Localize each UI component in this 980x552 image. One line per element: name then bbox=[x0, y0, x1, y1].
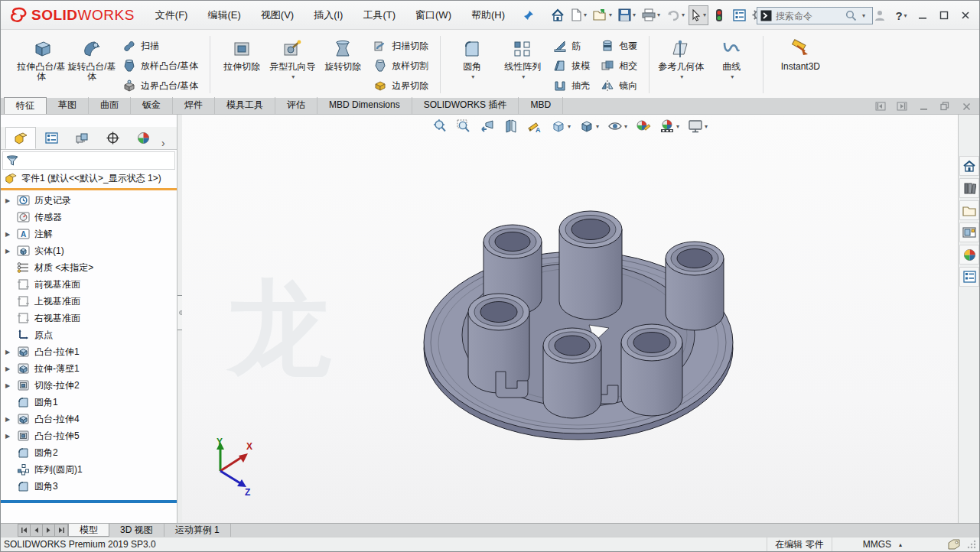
next-tab-button[interactable] bbox=[43, 524, 55, 536]
dropdown-arrow-icon[interactable]: ▾ bbox=[862, 12, 865, 19]
dropdown-arrow-icon[interactable]: ▾ bbox=[471, 72, 474, 82]
revolved-boss-button[interactable]: 旋转凸台/基体 bbox=[67, 34, 117, 94]
hole-wizard-button[interactable]: 异型孔向导 ▾ bbox=[267, 34, 317, 94]
tab-sketch[interactable]: 草图 bbox=[47, 97, 89, 114]
dropdown-arrow-icon[interactable]: ▾ bbox=[731, 72, 734, 82]
menu-view[interactable]: 视图(V) bbox=[251, 1, 304, 29]
tab-mbd[interactable]: MBD bbox=[519, 97, 563, 114]
tree-item-thin-extrude1[interactable]: ▶ 拉伸-薄壁1 bbox=[1, 360, 177, 377]
select-tool-button[interactable]: ▾ bbox=[689, 5, 708, 25]
units-selector[interactable]: MMGS bbox=[863, 539, 891, 550]
tab-model[interactable]: 模型 bbox=[68, 524, 109, 537]
units-dropdown-icon[interactable]: ▴ bbox=[899, 541, 902, 548]
first-tab-button[interactable] bbox=[18, 524, 31, 536]
dropdown-arrow-icon[interactable]: ▾ bbox=[291, 72, 295, 82]
dropdown-arrow-icon[interactable]: ▾ bbox=[596, 123, 599, 130]
dropdown-arrow-icon[interactable]: ▾ bbox=[705, 123, 708, 130]
dropdown-arrow-icon[interactable]: ▾ bbox=[680, 72, 683, 82]
search-icon[interactable] bbox=[845, 10, 857, 21]
expand-arrow-icon[interactable]: ▶ bbox=[5, 248, 17, 255]
print-button[interactable]: ▾ bbox=[640, 5, 663, 25]
lofted-boss-button[interactable]: 放样凸台/基体 bbox=[117, 56, 203, 76]
search-input[interactable] bbox=[776, 11, 842, 21]
feature-manager-tab[interactable] bbox=[5, 127, 36, 149]
boundary-cut-button[interactable]: 边界切除 bbox=[368, 76, 434, 96]
window-minimize-button[interactable] bbox=[913, 6, 932, 24]
expand-arrow-icon[interactable]: ▶ bbox=[5, 349, 17, 356]
design-library-button[interactable] bbox=[959, 178, 979, 198]
tree-item-fillet3[interactable]: 圆角3 bbox=[1, 478, 177, 495]
menu-edit[interactable]: 编辑(E) bbox=[197, 1, 250, 29]
expand-arrow-icon[interactable]: ▶ bbox=[5, 433, 17, 440]
zoom-to-fit-button[interactable] bbox=[429, 117, 451, 135]
tree-item-fillet1[interactable]: 圆角1 bbox=[1, 394, 177, 411]
dropdown-arrow-icon[interactable]: ▾ bbox=[676, 123, 679, 130]
menu-help[interactable]: 帮助(H) bbox=[461, 1, 515, 29]
graphics-viewport[interactable]: 龙 德 bbox=[182, 115, 958, 523]
login-button[interactable] bbox=[871, 6, 889, 24]
help-button[interactable]: ? ▾ bbox=[892, 6, 910, 24]
expand-arrow-icon[interactable]: ▶ bbox=[5, 197, 17, 204]
tree-item-history[interactable]: ▶ 历史记录 bbox=[1, 192, 177, 209]
save-button[interactable]: ▾ bbox=[616, 5, 638, 25]
tab-features[interactable]: 特征 bbox=[4, 97, 47, 114]
extruded-cut-button[interactable]: 拉伸切除 bbox=[217, 34, 267, 94]
last-tab-button[interactable] bbox=[55, 524, 67, 536]
tree-item-top-plane[interactable]: 上视基准面 bbox=[1, 293, 177, 310]
tree-item-sensors[interactable]: 传感器 bbox=[1, 209, 177, 226]
view-settings-button[interactable]: ▾ bbox=[685, 117, 711, 135]
fillet-button[interactable]: 圆角 ▾ bbox=[447, 34, 497, 94]
expand-arrow-icon[interactable]: ▶ bbox=[5, 365, 17, 372]
new-document-button[interactable]: ▾ bbox=[568, 5, 589, 25]
previous-tab-button[interactable] bbox=[31, 524, 43, 536]
previous-view-button[interactable] bbox=[477, 117, 498, 135]
tab-weldments[interactable]: 焊件 bbox=[173, 97, 215, 114]
edit-appearance-button[interactable] bbox=[633, 117, 654, 135]
dropdown-arrow-icon[interactable]: ▾ bbox=[904, 12, 907, 19]
dropdown-arrow-icon[interactable]: ▾ bbox=[624, 123, 627, 130]
tree-item-right-plane[interactable]: 右视基准面 bbox=[1, 310, 177, 326]
hide-show-items-button[interactable]: ▾ bbox=[604, 117, 630, 135]
doc-close-button[interactable] bbox=[959, 100, 973, 112]
rib-button[interactable]: 筋 bbox=[548, 36, 595, 56]
lofted-cut-button[interactable]: 放样切割 bbox=[368, 56, 434, 76]
tree-item-annotations[interactable]: ▶ A 注解 bbox=[1, 226, 177, 242]
pin-menu-button[interactable] bbox=[519, 6, 538, 24]
annotation-visibility-button[interactable]: A bbox=[524, 117, 545, 135]
dropdown-arrow-icon[interactable]: ▾ bbox=[522, 72, 525, 82]
tab-motion-study[interactable]: 运动算例 1 bbox=[164, 524, 231, 537]
rebuild-button[interactable] bbox=[710, 5, 728, 25]
menu-file[interactable]: 文件(F) bbox=[145, 1, 198, 29]
tree-item-fillet2[interactable]: 圆角2 bbox=[1, 444, 177, 461]
tree-item-boss-extrude1[interactable]: ▶ 凸台-拉伸1 bbox=[1, 343, 177, 360]
tab-evaluate[interactable]: 评估 bbox=[275, 97, 317, 114]
dimxpert-manager-tab[interactable] bbox=[97, 127, 128, 149]
menu-tools[interactable]: 工具(T) bbox=[353, 1, 405, 29]
dropdown-arrow-icon[interactable]: ▾ bbox=[657, 11, 660, 18]
custom-properties-button[interactable] bbox=[959, 267, 979, 287]
tree-item-solid-bodies[interactable]: ▶ 实体(1) bbox=[1, 242, 177, 259]
collapse-right-button[interactable] bbox=[895, 100, 909, 112]
expand-arrow-icon[interactable]: ▶ bbox=[5, 416, 17, 423]
display-style-button[interactable]: ▾ bbox=[576, 117, 602, 135]
resize-grip[interactable] bbox=[966, 539, 977, 550]
tab-mbd-dimensions[interactable]: MBD Dimensions bbox=[317, 97, 412, 114]
tree-item-origin[interactable]: 原点 bbox=[1, 326, 177, 343]
tree-item-material[interactable]: 材质 <未指定> bbox=[1, 259, 177, 276]
tree-item-boss-extrude5[interactable]: ▶ 凸台-拉伸5 bbox=[1, 427, 177, 444]
configuration-manager-tab[interactable] bbox=[67, 127, 97, 149]
zoom-to-area-button[interactable] bbox=[453, 117, 474, 135]
mirror-button[interactable]: 镜向 bbox=[595, 76, 643, 96]
menu-window[interactable]: 窗口(W) bbox=[405, 1, 461, 29]
tab-surfaces[interactable]: 曲面 bbox=[89, 97, 131, 114]
boundary-boss-button[interactable]: 边界凸台/基体 bbox=[117, 76, 203, 96]
tab-addins[interactable]: SOLIDWORKS 插件 bbox=[412, 97, 519, 114]
linear-pattern-button[interactable]: 线性阵列 ▾ bbox=[497, 34, 548, 94]
swept-boss-button[interactable]: 扫描 bbox=[117, 36, 203, 56]
menu-insert[interactable]: 插入(I) bbox=[304, 1, 353, 29]
tree-item-boss-extrude4[interactable]: ▶ 凸台-拉伸4 bbox=[1, 411, 177, 427]
display-manager-tab[interactable] bbox=[128, 127, 158, 149]
doc-restore-button[interactable] bbox=[938, 100, 952, 112]
undo-button[interactable]: ▾ bbox=[664, 5, 687, 25]
window-maximize-button[interactable] bbox=[935, 6, 953, 24]
